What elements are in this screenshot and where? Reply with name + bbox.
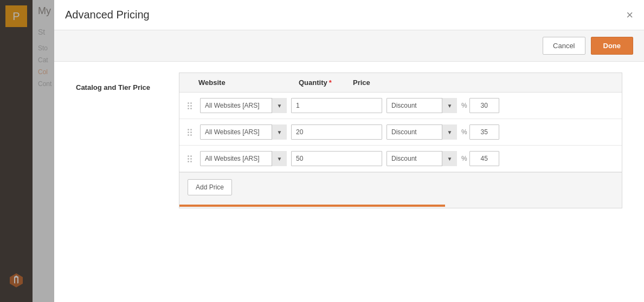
percent-group: %	[461, 98, 510, 113]
modal-title: Advanced Pricing	[65, 9, 150, 21]
table-row: All Websites [ARS] ▼ Discount Fixed ▼ %	[179, 119, 622, 146]
price-type-wrapper: Discount Fixed ▼	[387, 124, 457, 140]
modal-body: Catalog and Tier Price Website Quantity*…	[54, 62, 644, 302]
table-header: Website Quantity* Price	[179, 73, 622, 93]
header-website: Website	[198, 78, 299, 87]
quantity-input[interactable]	[291, 124, 382, 140]
add-price-section: Add Price	[179, 172, 622, 202]
required-star: *	[329, 78, 332, 87]
add-price-button[interactable]: Add Price	[188, 179, 232, 195]
price-type-wrapper: Discount Fixed ▼	[387, 151, 457, 166]
modal-toolbar: Cancel Done	[54, 30, 644, 62]
drag-handle[interactable]	[188, 129, 193, 136]
header-price: Price	[353, 78, 461, 87]
percent-input[interactable]	[469, 98, 499, 113]
price-table: Website Quantity* Price	[179, 73, 622, 208]
header-quantity: Quantity*	[299, 78, 353, 87]
drag-handle[interactable]	[188, 102, 193, 109]
section-label: Catalog and Tier Price	[76, 73, 163, 91]
table-row: All Websites [ARS] ▼ Discount Fixed ▼ %	[179, 146, 622, 172]
percent-input[interactable]	[469, 151, 499, 166]
percent-symbol: %	[461, 102, 467, 109]
percent-group: %	[461, 124, 510, 140]
percent-symbol: %	[461, 155, 467, 162]
cancel-button[interactable]: Cancel	[543, 37, 585, 55]
price-type-select[interactable]: Discount Fixed	[387, 151, 457, 166]
website-select-wrapper: All Websites [ARS] ▼	[200, 124, 287, 140]
catalog-tier-section: Catalog and Tier Price Website Quantity*…	[76, 73, 622, 208]
done-button[interactable]: Done	[591, 37, 634, 55]
price-type-select[interactable]: Discount Fixed	[387, 98, 457, 113]
quantity-input[interactable]	[291, 98, 382, 113]
percent-group: %	[461, 151, 510, 166]
website-select[interactable]: All Websites [ARS]	[200, 151, 287, 166]
website-select[interactable]: All Websites [ARS]	[200, 98, 287, 113]
table-row: All Websites [ARS] ▼ Discount Fixed ▼ %	[179, 93, 622, 119]
website-select-wrapper: All Websites [ARS] ▼	[200, 98, 287, 113]
website-select[interactable]: All Websites [ARS]	[200, 124, 287, 140]
website-select-wrapper: All Websites [ARS] ▼	[200, 151, 287, 166]
price-type-select[interactable]: Discount Fixed	[387, 124, 457, 140]
progress-bar	[179, 205, 445, 207]
modal-dialog: Advanced Pricing × Cancel Done Catalog a…	[54, 0, 644, 302]
drag-handle[interactable]	[188, 155, 193, 162]
close-button[interactable]: ×	[626, 9, 633, 21]
modal-header: Advanced Pricing ×	[54, 0, 644, 30]
percent-symbol: %	[461, 128, 467, 136]
price-type-wrapper: Discount Fixed ▼	[387, 98, 457, 113]
percent-input[interactable]	[469, 124, 499, 140]
quantity-input[interactable]	[291, 151, 382, 166]
progress-bar-section	[179, 205, 622, 208]
